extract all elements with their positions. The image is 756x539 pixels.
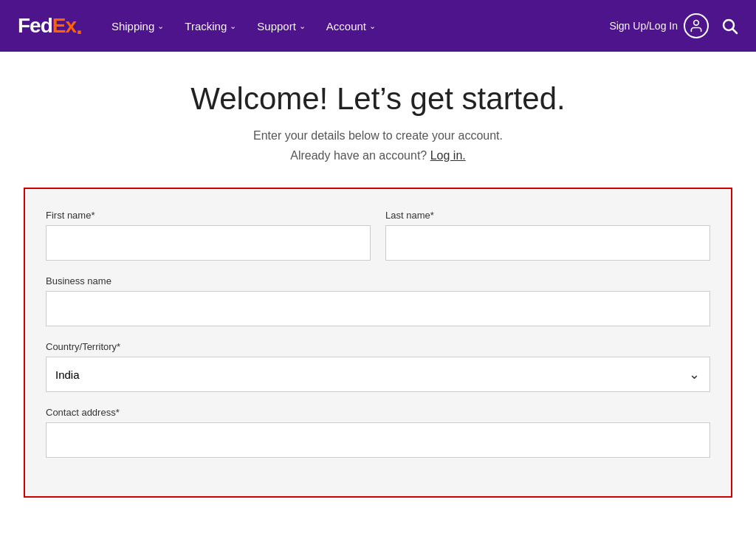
sign-in-link[interactable]: Sign Up/Log In (609, 13, 709, 38)
nav-right: Sign Up/Log In (609, 13, 738, 38)
first-name-input[interactable] (46, 225, 371, 261)
contact-address-label: Contact address* (46, 407, 710, 418)
country-select-wrapper: India United States United Kingdom Canad… (46, 357, 710, 392)
fedex-logo[interactable]: FedEx. (18, 14, 82, 38)
contact-address-group: Contact address* (46, 407, 710, 458)
nav-tracking[interactable]: Tracking ⌄ (177, 14, 244, 38)
sign-in-label: Sign Up/Log In (609, 20, 678, 32)
nav-shipping-label: Shipping (111, 20, 154, 32)
registration-form: First name* Last name* Business name Cou… (24, 188, 732, 498)
last-name-input[interactable] (385, 225, 710, 261)
country-select[interactable]: India United States United Kingdom Canad… (46, 357, 710, 392)
chevron-down-icon: ⌄ (369, 21, 376, 31)
business-name-group: Business name (46, 275, 710, 326)
last-name-label: Last name* (385, 210, 710, 221)
last-name-group: Last name* (385, 210, 710, 261)
first-name-group: First name* (46, 210, 371, 261)
navbar: FedEx. Shipping ⌄ Tracking ⌄ Support ⌄ A… (0, 0, 756, 52)
chevron-down-icon: ⌄ (230, 21, 236, 31)
business-row: Business name (46, 275, 710, 326)
chevron-down-icon: ⌄ (299, 21, 306, 31)
nav-shipping[interactable]: Shipping ⌄ (104, 14, 171, 38)
nav-account-label: Account (326, 20, 366, 32)
login-link[interactable]: Log in. (430, 149, 466, 162)
country-group: Country/Territory* India United States U… (46, 341, 710, 392)
welcome-title: Welcome! Let’s get started. (190, 81, 565, 117)
nav-links: Shipping ⌄ Tracking ⌄ Support ⌄ Account … (104, 14, 383, 38)
svg-point-0 (694, 21, 699, 26)
main-content: Welcome! Let’s get started. Enter your d… (0, 52, 756, 539)
logo-dot: . (76, 14, 82, 38)
first-name-label: First name* (46, 210, 371, 221)
subtitle: Enter your details below to create your … (253, 126, 503, 165)
subtitle-line1: Enter your details below to create your … (253, 129, 503, 142)
business-name-input[interactable] (46, 291, 710, 326)
nav-support[interactable]: Support ⌄ (250, 14, 313, 38)
logo-fed: Fed (18, 14, 52, 38)
country-label: Country/Territory* (46, 341, 710, 352)
nav-support-label: Support (257, 20, 296, 32)
nav-account[interactable]: Account ⌄ (319, 14, 383, 38)
search-button[interactable] (721, 17, 738, 35)
user-icon (684, 13, 709, 38)
business-name-label: Business name (46, 275, 710, 286)
svg-line-2 (733, 30, 738, 34)
name-row: First name* Last name* (46, 210, 710, 261)
subtitle-line2: Already have an account? (290, 149, 427, 162)
nav-tracking-label: Tracking (185, 20, 227, 32)
country-row: Country/Territory* India United States U… (46, 341, 710, 392)
nav-left: FedEx. Shipping ⌄ Tracking ⌄ Support ⌄ A… (18, 14, 383, 38)
address-row: Contact address* (46, 407, 710, 458)
contact-address-input[interactable] (46, 422, 710, 458)
chevron-down-icon: ⌄ (157, 21, 164, 31)
logo-ex: Ex (52, 14, 76, 38)
